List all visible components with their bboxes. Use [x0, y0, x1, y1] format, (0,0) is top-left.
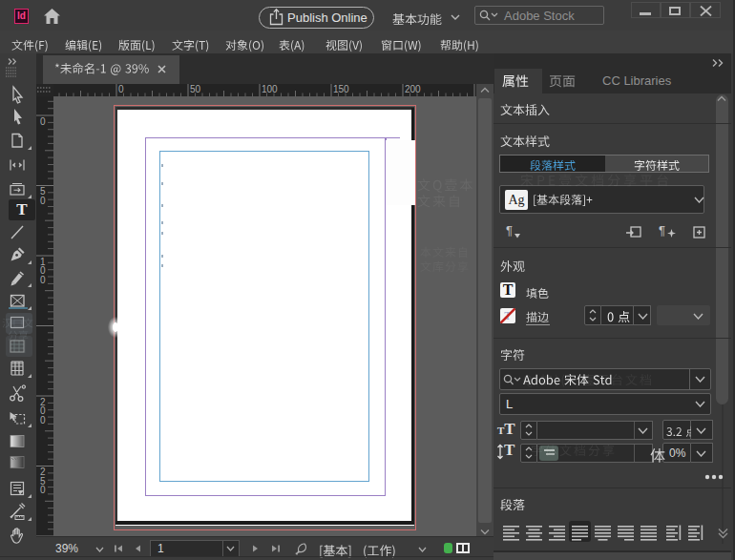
svg-text:150: 150: [333, 84, 349, 94]
svg-text:50: 50: [190, 84, 201, 94]
svg-text:0: 0: [40, 275, 46, 285]
svg-text:100: 100: [262, 84, 278, 94]
svg-text:200: 200: [405, 84, 421, 94]
svg-text:0: 0: [118, 84, 124, 94]
svg-text:0: 0: [40, 116, 46, 127]
svg-text:0: 0: [40, 196, 46, 206]
svg-text:0: 0: [40, 415, 46, 425]
svg-text:0: 0: [40, 485, 46, 495]
